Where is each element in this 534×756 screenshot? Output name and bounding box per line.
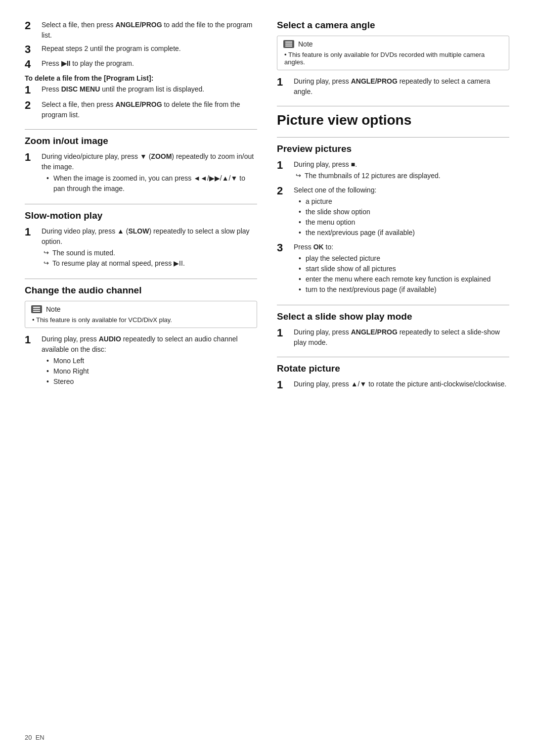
audio-note-box: Note • This feature is only available fo…	[25, 301, 257, 328]
camera-note-header: Note	[283, 40, 503, 48]
left-column: 2 Select a file, then press ANGLE/PROG t…	[25, 20, 257, 394]
rotate-title: Rotate picture	[277, 363, 509, 374]
slow-step-1: 1 During video play, press ▲ (SLOW) repe…	[25, 226, 257, 270]
slideshow-title: Select a slide show play mode	[277, 311, 509, 322]
slowmotion-section: Slow-motion play 1 During video play, pr…	[25, 210, 257, 270]
step-num-2: 2	[25, 20, 40, 32]
audio-bullets: Mono Left Mono Right Stereo	[46, 356, 257, 387]
audio-bold: AUDIO	[99, 335, 121, 343]
camera-step-1: 1 During play, press ANGLE/PROG repeated…	[277, 76, 509, 97]
divider-zoom	[25, 129, 257, 130]
divider-picture-view	[277, 106, 509, 106]
preview-step-1-content: During play, press ■. The thumbnails of …	[294, 159, 509, 182]
program-list-steps-top: 2 Select a file, then press ANGLE/PROG t…	[25, 20, 257, 70]
divider-preview	[277, 137, 509, 138]
picture-view-title: Picture view options	[277, 112, 509, 128]
audio-step-num-1: 1	[25, 334, 40, 346]
preview-step-num-2: 2	[277, 185, 292, 197]
angle-prog-bold-1: ANGLE/PROG	[115, 21, 162, 29]
preview-step-2-content: Select one of the following: a picture t…	[294, 185, 509, 239]
slow-arrow-2: To resume play at normal speed, press ▶I…	[44, 258, 257, 269]
ok-bold: OK	[313, 243, 324, 251]
angle-prog-bold-2: ANGLE/PROG	[115, 100, 162, 108]
play-pause-bold: ▶II	[61, 59, 71, 67]
zoom-step-num-1: 1	[25, 151, 40, 163]
zoom-title: Zoom in/out image	[25, 136, 257, 146]
preview-bullet-2-4: the next/previous page (if available)	[299, 228, 509, 238]
camera-note-content: • This feature is only available for DVD…	[283, 51, 503, 66]
disc-menu-bold: DISC MENU	[61, 85, 100, 93]
preview-bullet-3-1: play the selected picture	[299, 253, 509, 264]
divider-rotate	[277, 357, 509, 357]
step-2: 2 Select a file, then press ANGLE/PROG t…	[25, 20, 257, 41]
preview-bullet-3-3: enter the menu where each remote key fun…	[299, 274, 509, 284]
delete-step-2: 2 Select a file, then press ANGLE/PROG t…	[25, 99, 257, 120]
audio-step-1-content: During play, press AUDIO repeatedly to s…	[42, 334, 257, 388]
preview-bullets-3: play the selected picture start slide sh…	[299, 253, 509, 295]
zoom-step-1: 1 During video/picture play, press ▼ (ZO…	[25, 151, 257, 195]
step-num-3: 3	[25, 44, 40, 55]
camera-note-icon	[283, 40, 294, 48]
slideshow-step-1-content: During play, press ANGLE/PROG repeatedly…	[294, 327, 509, 348]
preview-bullet-3-2: start slide show of all pictures	[299, 264, 509, 274]
step-3-content: Repeat steps 2 until the program is comp…	[42, 44, 257, 54]
slideshow-step-num-1: 1	[277, 327, 292, 339]
rotate-step-1-content: During play, press ▲/▼ to rotate the pic…	[294, 379, 509, 389]
delete-step-num-1: 1	[25, 84, 40, 96]
audio-bullet-1: Mono Left	[46, 356, 257, 366]
preview-step-1: 1 During play, press ■. The thumbnails o…	[277, 159, 509, 182]
preview-bullet-2-2: the slide show option	[299, 207, 509, 217]
angle-prog-bold-slide: ANGLE/PROG	[351, 328, 398, 336]
zoom-step-1-content: During video/picture play, press ▼ (ZOOM…	[42, 151, 257, 195]
angle-prog-bold-camera: ANGLE/PROG	[351, 77, 398, 85]
delete-program-list-section: To delete a file from the [Program List]…	[25, 74, 257, 120]
divider-slow	[25, 204, 257, 204]
audio-note-header: Note	[31, 305, 251, 313]
delete-step-2-content: Select a file, then press ANGLE/PROG to …	[42, 99, 257, 120]
step-3: 3 Repeat steps 2 until the program is co…	[25, 44, 257, 55]
slow-step-num-1: 1	[25, 226, 40, 238]
audio-note-content: • This feature is only available for VCD…	[31, 316, 251, 324]
zoom-bold: ZOOM	[151, 152, 172, 160]
slideshow-section: Select a slide show play mode 1 During p…	[277, 311, 509, 348]
audio-title: Change the audio channel	[25, 285, 257, 296]
page-number: 20 EN	[25, 734, 44, 741]
slow-arrow-1: The sound is muted.	[44, 248, 257, 258]
zoom-bullets: When the image is zoomed in, you can pre…	[46, 173, 257, 194]
preview-bullet-2-1: a picture	[299, 196, 509, 207]
rotate-step-num-1: 1	[277, 379, 292, 391]
step-2-content: Select a file, then press ANGLE/PROG to …	[42, 20, 257, 41]
slow-step-1-content: During video play, press ▲ (SLOW) repeat…	[42, 226, 257, 270]
audio-note-label: Note	[46, 305, 61, 313]
step-num-4: 4	[25, 58, 40, 70]
slow-arrows: The sound is muted. To resume play at no…	[44, 248, 257, 269]
camera-step-num-1: 1	[277, 76, 292, 88]
audio-section: Change the audio channel Note • This fea…	[25, 285, 257, 388]
zoom-section: Zoom in/out image 1 During video/picture…	[25, 136, 257, 195]
delete-step-1: 1 Press DISC MENU until the program list…	[25, 84, 257, 96]
preview-arrows-1: The thumbnails of 12 pictures are displa…	[296, 171, 509, 181]
preview-step-num-3: 3	[277, 242, 292, 254]
preview-step-2: 2 Select one of the following: a picture…	[277, 185, 509, 239]
preview-section: Preview pictures 1 During play, press ■.…	[277, 143, 509, 296]
rotate-section: Rotate picture 1 During play, press ▲/▼ …	[277, 363, 509, 391]
step-4-content: Press ▶II to play the program.	[42, 58, 257, 69]
note-icon	[31, 305, 42, 313]
divider-audio	[25, 279, 257, 279]
delete-step-1-content: Press DISC MENU until the program list i…	[42, 84, 257, 94]
slow-bold: SLOW	[128, 227, 149, 235]
preview-title: Preview pictures	[277, 143, 509, 154]
camera-title: Select a camera angle	[277, 20, 509, 31]
picture-view-section: Picture view options Preview pictures 1 …	[277, 112, 509, 391]
camera-note-box: Note • This feature is only available fo…	[277, 36, 509, 70]
slowmotion-title: Slow-motion play	[25, 210, 257, 221]
preview-step-num-1: 1	[277, 159, 292, 171]
camera-step-1-content: During play, press ANGLE/PROG repeatedly…	[294, 76, 509, 97]
right-column: Select a camera angle Note • This featur…	[277, 20, 509, 394]
preview-bullets-2: a picture the slide show option the menu…	[299, 196, 509, 238]
camera-note-label: Note	[298, 40, 313, 48]
zoom-bullet-1: When the image is zoomed in, you can pre…	[46, 173, 257, 194]
delete-step-num-2: 2	[25, 99, 40, 111]
step-4: 4 Press ▶II to play the program.	[25, 58, 257, 70]
preview-bullet-3-4: turn to the next/previous page (if avail…	[299, 284, 509, 295]
